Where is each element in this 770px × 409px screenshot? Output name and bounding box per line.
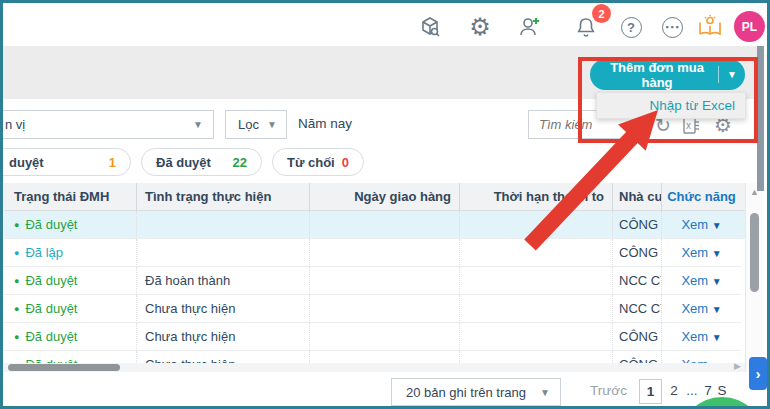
status-dot-icon: ● [14, 248, 19, 258]
supplier-cell: CÔNG T [613, 239, 662, 267]
unit-select-value: n vị [5, 117, 25, 132]
filter-button-label: Lọc [238, 117, 259, 132]
status-cell: ●Đã duyệt [4, 295, 137, 323]
table-row[interactable]: ●Đã lậpCÔNG TXem ▼ [4, 239, 745, 267]
payment-term-cell [460, 239, 613, 267]
col-status[interactable]: Trạng thái ĐMH [4, 183, 137, 210]
vertical-scrollbar-thumb[interactable] [750, 213, 759, 292]
top-bar: ⚙ 2 ? ⋯ PL [3, 3, 767, 46]
tab-pending-approval[interactable]: duyệt 1 [0, 148, 131, 176]
col-payment-term[interactable]: Thời hạn thanh to [460, 183, 613, 210]
supplier-cell: NCC CTI [613, 295, 662, 323]
more-options-icon[interactable]: ⋯ [659, 14, 685, 40]
tab-rejected[interactable]: Từ chối 0 [272, 148, 364, 176]
view-action-link[interactable]: Xem ▼ [662, 239, 741, 267]
progress-cell: Chưa thực hiện [137, 295, 310, 323]
tab-approved[interactable]: Đã duyệt 22 [141, 148, 262, 176]
status-cell: ●Đã duyệt [4, 323, 137, 351]
view-action-link[interactable]: Xem ▼ [662, 267, 741, 295]
button-caret-icon[interactable]: ▼ [719, 69, 745, 80]
prev-page-button[interactable]: Trước [590, 383, 627, 398]
view-caret-icon: ▼ [712, 332, 722, 343]
tab-rejected-label: Từ chối [287, 155, 335, 170]
period-label: Năm nay [298, 116, 352, 131]
col-progress[interactable]: Tình trạng thực hiện [137, 183, 310, 210]
svg-text:x: x [686, 120, 691, 131]
payment-term-cell [460, 295, 613, 323]
col-supplier[interactable]: Nhà cun [613, 183, 662, 210]
scroll-right-icon[interactable]: ▶ [734, 361, 741, 371]
page-size-select[interactable]: 20 bản ghi trên trang ▼ [391, 378, 561, 406]
supplier-cell: CÔNG T [613, 211, 662, 239]
vertical-scrollbar[interactable]: ▲ ▼ [745, 183, 762, 372]
status-dot-icon: ● [14, 332, 19, 342]
table-body: ●Đã duyệtCÔNG TXem ▼●Đã lậpCÔNG TXem ▼●Đ… [4, 211, 745, 372]
product-search-icon[interactable] [417, 14, 443, 40]
page-button[interactable]: ... [684, 379, 700, 402]
supplier-cell: CÔNG T [613, 323, 662, 351]
progress-cell [137, 239, 310, 267]
view-action-link[interactable]: Xem ▼ [662, 211, 741, 239]
tab-approved-label: Đã duyệt [156, 155, 211, 170]
page-button[interactable]: 2 [666, 379, 682, 402]
delivery-date-cell [310, 211, 460, 239]
progress-cell [137, 211, 310, 239]
filter-caret-icon: ▼ [267, 119, 277, 130]
payment-term-cell [460, 267, 613, 295]
view-action-link[interactable]: Xem ▼ [662, 323, 741, 351]
horizontal-scrollbar-thumb[interactable] [8, 364, 120, 371]
view-caret-icon: ▼ [712, 276, 722, 287]
view-action-link[interactable]: Xem ▼ [662, 295, 741, 323]
status-cell: ●Đã lập [4, 239, 137, 267]
progress-cell: Chưa thực hiện [137, 323, 310, 351]
status-dot-icon: ● [14, 304, 19, 314]
delivery-date-cell [310, 267, 460, 295]
supplier-cell: NCC CTI [613, 267, 662, 295]
delivery-date-cell [310, 295, 460, 323]
payment-term-cell [460, 211, 613, 239]
col-delivery-date[interactable]: Ngày giao hàng [310, 183, 460, 210]
add-user-icon[interactable] [517, 14, 543, 40]
table-row[interactable]: ●Đã duyệtCÔNG TXem ▼ [4, 211, 745, 239]
user-avatar[interactable]: PL [734, 11, 765, 42]
table-row[interactable]: ●Đã duyệtChưa thực hiệnNCC CTIXem ▼ [4, 295, 745, 323]
settings-gear-icon[interactable]: ⚙ [467, 14, 493, 40]
status-dot-icon: ● [14, 220, 19, 230]
table-row[interactable]: ●Đã duyệtChưa thực hiệnCÔNG TXem ▼ [4, 323, 745, 351]
tab-pending-label: duyệt [9, 155, 44, 170]
add-button-dropdown-menu: Nhập từ Excel [596, 92, 746, 119]
notification-badge: 2 [592, 4, 611, 23]
footer-bar: 20 bản ghi trên trang ▼ Trước 12...7S [3, 372, 767, 406]
table-row[interactable]: ●Đã duyệtĐã hoàn thànhNCC CTIXem ▼ [4, 267, 745, 295]
unit-select[interactable]: n vị ▼ [0, 110, 214, 139]
payment-term-cell [460, 323, 613, 351]
whats-new-lamp-icon[interactable] [697, 14, 723, 40]
delivery-date-cell [310, 323, 460, 351]
view-caret-icon: ▼ [712, 304, 722, 315]
horizontal-scrollbar[interactable]: ▶ [4, 363, 745, 372]
expand-panel-handle[interactable]: › [749, 357, 767, 390]
add-purchase-order-button[interactable]: Thêm đơn mua hàng ▼ [590, 59, 745, 90]
status-dot-icon: ● [14, 276, 19, 286]
import-from-excel-menu-item[interactable]: Nhập từ Excel [649, 98, 745, 113]
tab-pending-count: 1 [109, 155, 116, 170]
status-cell: ●Đã duyệt [4, 211, 137, 239]
col-actions[interactable]: Chức năng [662, 183, 741, 210]
progress-cell: Đã hoàn thành [137, 267, 310, 295]
filter-button[interactable]: Lọc ▼ [225, 110, 287, 139]
page-button[interactable]: 1 [639, 379, 662, 404]
tab-rejected-count: 0 [342, 155, 349, 170]
delivery-date-cell [310, 239, 460, 267]
right-edge-strip [757, 46, 764, 191]
page-size-caret-icon: ▼ [540, 387, 550, 398]
tab-approved-count: 22 [233, 155, 247, 170]
view-caret-icon: ▼ [712, 220, 722, 231]
table-header: Trạng thái ĐMH Tình trạng thực hiện Ngày… [4, 183, 745, 211]
help-icon[interactable]: ? [618, 14, 644, 40]
view-caret-icon: ▼ [712, 248, 722, 259]
status-cell: ●Đã duyệt [4, 267, 137, 295]
add-purchase-order-label: Thêm đơn mua hàng [590, 60, 718, 90]
unit-select-caret-icon: ▼ [193, 119, 203, 130]
page-size-label: 20 bản ghi trên trang [392, 385, 526, 400]
